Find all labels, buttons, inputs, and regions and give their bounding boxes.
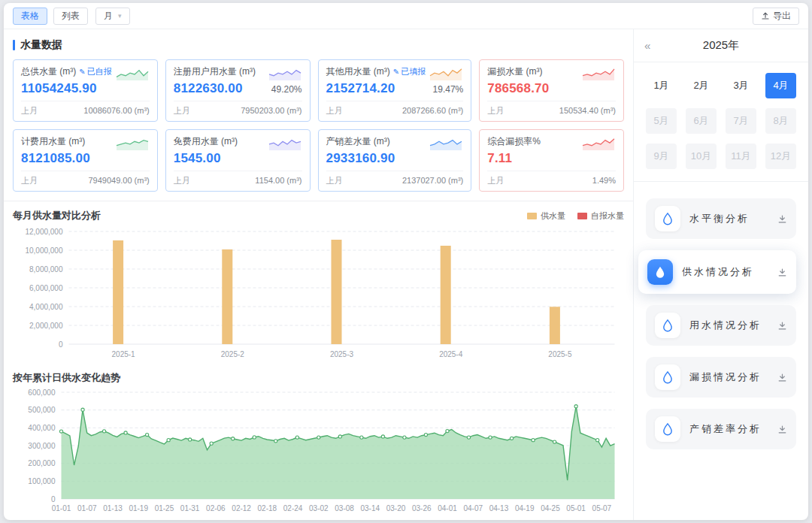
prev-label: 上月 — [326, 105, 343, 116]
svg-text:100,000: 100,000 — [28, 477, 56, 485]
edit-icon: ✎ — [393, 68, 399, 76]
daily-supply-trend-chart[interactable]: 0100,000200,000300,000400,000500,000600,… — [13, 386, 624, 515]
sparkline — [581, 136, 616, 151]
card-title: 漏损水量 (m³) — [487, 65, 542, 78]
svg-text:400,000: 400,000 — [28, 424, 56, 432]
svg-text:03-14: 03-14 — [361, 504, 380, 512]
self-report-legend-swatch — [577, 213, 587, 219]
month-cell-jan[interactable]: 1月 — [646, 73, 677, 98]
card-value: 8121085.00 — [21, 151, 90, 166]
svg-text:01-13: 01-13 — [103, 504, 123, 512]
prev-label: 上月 — [326, 175, 343, 186]
svg-text:04-25: 04-25 — [541, 504, 560, 512]
analysis-item-supply-situation[interactable]: 供水情况分析 — [638, 250, 796, 294]
svg-text:04-19: 04-19 — [515, 504, 535, 512]
month-cell-aug: 8月 — [765, 108, 796, 134]
svg-text:2025-5: 2025-5 — [548, 350, 572, 358]
monthly-supply-bar-chart[interactable]: 02,000,0004,000,0006,000,0008,000,00010,… — [13, 224, 624, 364]
sparkline — [115, 66, 150, 81]
sparkline — [429, 66, 463, 81]
content: 水量数据 总供水量 (m³)✎已自报 11054245.90 上月1008607… — [4, 29, 808, 520]
water-drop-icon — [655, 416, 680, 442]
previous-year-icon[interactable]: « — [644, 39, 650, 52]
legend-supply[interactable]: 供水量 — [527, 210, 565, 222]
download-icon[interactable] — [777, 214, 787, 224]
sidebar: « 2025年 1月 2月 3月 4月 5月 6月 7月 8月 9月 10月 1… — [633, 29, 808, 520]
prev-value: 1154.00 (m³) — [255, 176, 301, 185]
water-dashboard: 表格 列表 月▾ 导出 水量数据 总供水量 (m³)✎已自报 11054245.… — [4, 3, 808, 520]
kpi-card-registered-usage: 注册用户用水量 (m³)✎ 8122630.0049.20% 上月7950203… — [165, 59, 311, 122]
svg-text:600,000: 600,000 — [28, 388, 56, 397]
export-icon — [761, 11, 770, 20]
kpi-card-other-usage: 其他用水量 (m³)✎已填报 2152714.2019.47% 上月208726… — [318, 59, 472, 122]
analysis-item-sales-diff-rate[interactable]: 产销差率分析 — [646, 409, 796, 449]
card-percent: 49.20% — [271, 84, 302, 95]
svg-text:01-07: 01-07 — [77, 504, 97, 512]
svg-text:200,000: 200,000 — [28, 459, 56, 467]
month-cell-feb[interactable]: 2月 — [686, 73, 717, 98]
svg-text:04-13: 04-13 — [489, 504, 509, 512]
reported-tag: ✎已自报 — [79, 66, 111, 77]
analysis-label: 用水情况分析 — [689, 319, 762, 332]
month-cell-apr[interactable]: 4月 — [765, 73, 796, 98]
period-select[interactable]: 月▾ — [95, 8, 130, 25]
card-title: 计费用水量 (m³) — [21, 135, 85, 148]
tab-list[interactable]: 列表 — [53, 8, 88, 25]
svg-text:03-20: 03-20 — [386, 504, 406, 512]
card-title: 总供水量 (m³) — [21, 65, 76, 78]
svg-text:500,000: 500,000 — [28, 406, 56, 414]
svg-text:05-01: 05-01 — [566, 504, 586, 512]
analysis-label: 水平衡分析 — [689, 212, 750, 225]
card-value: 11054245.90 — [21, 81, 97, 96]
analysis-item-leakage-situation[interactable]: 漏损情况分析 — [646, 357, 796, 398]
card-value: 2152714.20 — [326, 81, 395, 96]
svg-text:02-12: 02-12 — [232, 504, 251, 512]
prev-value: 1.49% — [592, 176, 616, 185]
legend-self-report[interactable]: 自报水量 — [577, 210, 624, 222]
month-cell-mar[interactable]: 3月 — [726, 73, 756, 98]
prev-label: 上月 — [21, 175, 38, 186]
analysis-label: 供水情况分析 — [682, 265, 754, 279]
tab-table[interactable]: 表格 — [13, 8, 47, 25]
sparkline — [429, 136, 463, 151]
water-drop-icon — [655, 364, 680, 390]
bar-chart-title: 每月供水量对比分析 — [13, 209, 101, 222]
prev-label: 上月 — [487, 175, 504, 186]
water-drop-icon — [647, 259, 673, 285]
download-icon[interactable] — [777, 321, 787, 331]
export-button[interactable]: 导出 — [753, 8, 799, 25]
svg-text:05-07: 05-07 — [592, 504, 612, 512]
svg-text:03-02: 03-02 — [309, 504, 329, 512]
prev-label: 上月 — [21, 105, 38, 116]
svg-text:12,000,000: 12,000,000 — [25, 228, 62, 236]
svg-text:02-18: 02-18 — [258, 504, 277, 512]
analysis-item-usage-situation[interactable]: 用水情况分析 — [646, 305, 796, 346]
period-select-value: 月 — [104, 10, 113, 23]
svg-text:6,000,000: 6,000,000 — [29, 284, 63, 292]
card-value: 786568.70 — [487, 81, 549, 96]
download-icon[interactable] — [777, 268, 787, 277]
download-icon[interactable] — [777, 373, 787, 382]
kpi-card-leakage: 漏损水量 (m³)✎ 786568.70 上月150534.40 (m³) — [479, 59, 624, 122]
svg-text:2025-2: 2025-2 — [221, 350, 245, 358]
analysis-item-water-balance[interactable]: 水平衡分析 — [646, 198, 796, 239]
download-icon[interactable] — [777, 425, 787, 434]
card-title: 其他用水量 (m³) — [326, 65, 390, 78]
analysis-label: 漏损情况分析 — [689, 370, 762, 384]
calendar-header: « 2025年 — [634, 29, 808, 62]
prev-value: 2137027.00 (m³) — [402, 176, 463, 185]
water-drop-icon — [655, 206, 680, 231]
svg-text:0: 0 — [59, 340, 63, 349]
card-percent: 19.47% — [433, 84, 464, 95]
svg-text:2025-3: 2025-3 — [330, 350, 354, 358]
card-value: 1545.00 — [174, 151, 221, 166]
svg-text:01-19: 01-19 — [129, 504, 148, 512]
svg-text:01-31: 01-31 — [180, 504, 200, 512]
card-title: 免费用水量 (m³) — [174, 135, 238, 148]
kpi-card-leakage-rate: 综合漏损率%✎ 7.11 上月1.49% — [479, 129, 624, 192]
monthly-supply-chart-block: 每月供水量对比分析 供水量 自报水量 02,000,0004,000,0006,… — [13, 201, 624, 364]
calendar-year: 2025年 — [703, 38, 739, 53]
month-cell-sep: 9月 — [646, 144, 677, 169]
card-value: 8122630.00 — [174, 81, 243, 96]
title-accent-bar — [13, 40, 15, 50]
